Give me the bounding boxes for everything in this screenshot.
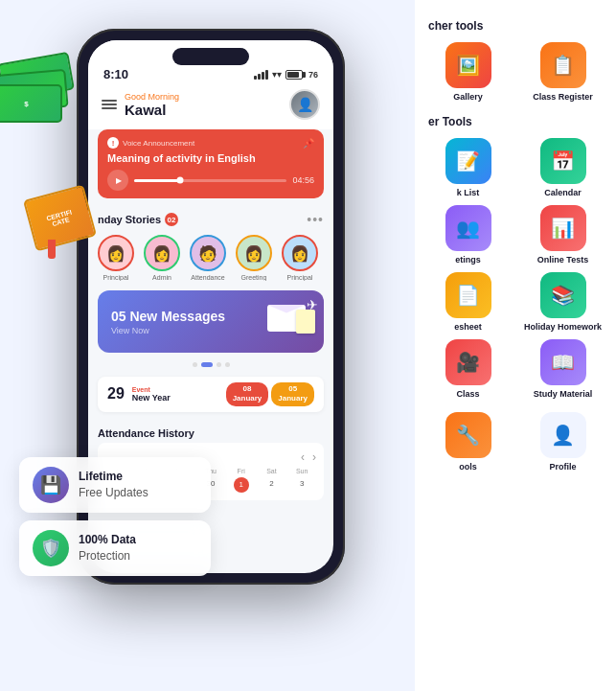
story-avatar: 👩 — [282, 235, 318, 271]
app-header: Good Morning Kawal 👤 — [88, 85, 333, 129]
wifi-icon: ▾▾ — [272, 69, 282, 80]
gallery-label: Gallery — [453, 92, 483, 102]
cal-date-1[interactable]: 1 — [234, 477, 249, 493]
status-icons: ▾▾ 76 — [254, 69, 318, 80]
event-name: New Year — [132, 393, 218, 403]
right-panel: cher tools 🖼️ Gallery 📋 Class Register e… — [415, 0, 616, 691]
tools-grid-2: 📝 k List 📅 Calendar 👥 etings 📊 Online Te… — [424, 138, 606, 399]
status-time: 8:10 — [103, 67, 128, 81]
audio-progress[interactable] — [134, 179, 286, 182]
badge-january-05: 05 January — [271, 382, 314, 406]
tool-study-material[interactable]: 📖 Study Material — [519, 339, 606, 399]
day-label-sat: Sat — [258, 468, 286, 474]
tool-meetings[interactable]: 👥 etings — [424, 205, 512, 265]
tool-live-class[interactable]: 🎥 Class — [424, 339, 512, 399]
envelope-icon: ✈ — [267, 305, 310, 338]
dynamic-island — [172, 48, 249, 65]
messages-text: 05 New Messages View Now — [111, 309, 225, 335]
stories-header: nday Stories 02 ••• — [98, 212, 324, 227]
event-badges: 08 January 05 January — [226, 382, 314, 406]
story-item[interactable]: 👩 Principal — [282, 235, 318, 281]
meetings-icon: 👥 — [445, 205, 491, 251]
profile-icon: 👤 — [540, 412, 586, 458]
messages-title: 05 New Messages — [111, 309, 225, 324]
voice-title: Meaning of activity in English — [107, 152, 314, 164]
sheet-label: esheet — [454, 322, 482, 332]
task-label: k List — [457, 188, 480, 197]
event-details: Event New Year — [132, 386, 218, 403]
tool-class-register[interactable]: 📋 Class Register — [519, 42, 606, 102]
tools-grid-bottom: 🔧 ools 👤 Profile — [424, 412, 606, 472]
cal-date-2[interactable]: 2 — [258, 477, 286, 493]
header-left: Good Morning Kawal — [102, 92, 179, 118]
attendance-title: Attendance History — [98, 427, 324, 439]
story-avatar: 👩 — [144, 235, 180, 271]
lifetime-updates-card: 💾 Lifetime Free Updates — [19, 457, 211, 513]
story-label: Greeting — [241, 274, 267, 281]
badge-january-08: 08 January — [226, 382, 269, 406]
study-label: Study Material — [534, 389, 593, 399]
feature-cards: 💾 Lifetime Free Updates 🛡️ 100% Data Pro… — [19, 457, 211, 576]
calendar-event-row: 29 Event New Year 08 January 05 January — [98, 377, 324, 412]
duration-text: 04:56 — [292, 175, 314, 185]
task-icon: 📝 — [445, 138, 491, 184]
tool-worksheet[interactable]: 📄 esheet — [424, 272, 512, 332]
cal-prev-button[interactable]: ‹ — [301, 450, 305, 464]
voice-label-row: ! Voice Announcement 📌 — [107, 137, 314, 149]
story-item[interactable]: 👩 Greeting — [236, 235, 272, 281]
homework-icon: 📚 — [540, 272, 586, 318]
tests-label: Online Tests — [537, 255, 588, 265]
battery-icon — [285, 70, 303, 80]
story-avatar: 🧑 — [190, 235, 226, 271]
profile-label: Profile — [549, 462, 576, 472]
dot-active[interactable] — [201, 362, 213, 367]
greeting-block: Good Morning Kawal — [125, 92, 179, 118]
certificate-decoration: CERTIFICATE — [29, 192, 105, 259]
meetings-label: etings — [455, 255, 481, 265]
carousel-dots — [88, 358, 333, 371]
event-tag: Event — [132, 386, 218, 393]
avatar[interactable]: 👤 — [289, 89, 320, 120]
cal-date-3[interactable]: 3 — [287, 477, 316, 493]
voice-player: 04:56 — [107, 170, 314, 191]
tool-task-list[interactable]: 📝 k List — [424, 138, 512, 197]
tool-profile[interactable]: 👤 Profile — [519, 412, 606, 472]
shield-icon: 🛡️ — [33, 530, 69, 566]
register-label: Class Register — [533, 92, 593, 102]
story-avatar: 👩 — [236, 235, 272, 271]
dot[interactable] — [225, 362, 230, 367]
alert-icon: ! — [107, 137, 119, 149]
story-item[interactable]: 🧑 Attendance — [190, 235, 226, 281]
story-label: Principal — [103, 274, 129, 281]
study-icon: 📖 — [540, 339, 586, 385]
tool-online-tests[interactable]: 📊 Online Tests — [519, 205, 606, 265]
play-button[interactable] — [107, 170, 128, 191]
money-decoration: $ $ $ — [0, 58, 77, 134]
day-label-sun: Sun — [287, 468, 316, 474]
stories-badge: 02 — [165, 213, 178, 226]
tool-gallery[interactable]: 🖼️ Gallery — [424, 42, 512, 102]
pin-icon: 📌 — [303, 138, 314, 149]
voice-label-text: Voice Announcement — [123, 139, 194, 148]
tool-holiday-homework[interactable]: 📚 Holiday Homework — [519, 272, 606, 332]
send-icon: ✈ — [307, 297, 318, 312]
tool-calendar[interactable]: 📅 Calendar — [519, 138, 606, 197]
dot[interactable] — [193, 362, 197, 367]
event-date: 29 — [107, 385, 125, 403]
story-label: Admin — [152, 274, 171, 281]
stories-more-button[interactable]: ••• — [307, 212, 324, 227]
teacher-tools-title: cher tools — [424, 19, 606, 33]
register-icon: 📋 — [540, 42, 586, 88]
calendar-icon: 📅 — [540, 138, 586, 184]
hamburger-button[interactable] — [102, 98, 117, 111]
cal-next-button[interactable]: › — [312, 450, 316, 464]
voice-banner: ! Voice Announcement 📌 Meaning of activi… — [98, 129, 324, 198]
signal-icon — [254, 70, 268, 80]
dot[interactable] — [217, 362, 221, 367]
story-item[interactable]: 👩 Admin — [144, 235, 180, 281]
tool-tools[interactable]: 🔧 ools — [424, 412, 512, 472]
calendar-label: Calendar — [544, 188, 582, 197]
tools-label: ools — [459, 462, 477, 472]
greeting-text: Good Morning — [125, 92, 179, 102]
messages-card[interactable]: 05 New Messages View Now ✈ — [98, 290, 324, 353]
